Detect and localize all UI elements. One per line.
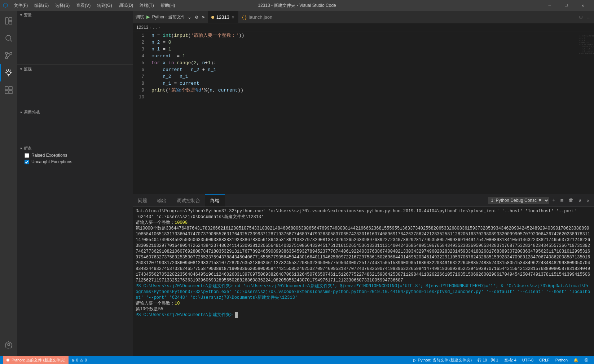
svg-point-9 [7,71,10,75]
menu-edit[interactable]: 编辑(E) [31,2,52,9]
chevron-down-icon[interactable]: ⌄ [188,14,191,20]
breadcrumb-root[interactable]: 12313 [136,25,148,30]
svg-point-3 [6,35,11,40]
breakpoints-label: 断点 [24,146,32,151]
cursor-position-text: 行 10，列 1 [478,358,498,363]
breadcrumb-sep-2: › [158,25,160,30]
menu-goto[interactable]: 转到(G) [94,2,115,9]
tab-bar: 调试 ▶ Python: 当前文件 ⌄ ⚙ ⊳ 12313 × { } laun… [133,11,594,23]
panel-tab-terminal[interactable]: 终端 [205,194,225,207]
activity-explorer[interactable] [0,12,17,30]
code-editor[interactable]: n = int(input('请输入要一个整数：')) n_2 = 0 n_1 … [147,31,565,194]
split-editor-button[interactable]: ⊟ [578,13,584,22]
line-number-8: 8 [133,80,144,87]
panel-tab-problems[interactable]: 问题 [133,194,152,207]
svg-line-4 [10,40,12,42]
title-bar: ⬡ 文件(F) 编辑(E) 选择(S) 查看(V) 转到(G) 调试(D) 终端… [0,0,594,11]
status-encoding[interactable]: UTF-8 [519,356,536,364]
raised-exceptions-label[interactable]: Raised Exceptions [31,153,67,158]
panel-tab-output[interactable]: 输出 [152,194,172,207]
code-line-7: n_2 = n_1 [151,73,565,80]
close-button[interactable]: ✕ [575,0,591,11]
status-feedback[interactable]: ☹ [581,356,591,364]
notifications-icon: 🔔 [573,358,578,363]
menu-select[interactable]: 选择(S) [52,2,72,9]
new-terminal-button[interactable]: + [550,196,557,205]
activity-debug[interactable] [0,64,17,81]
menu-view[interactable]: 查看(V) [73,2,93,9]
svg-rect-16 [5,90,8,94]
line-number-10: 10 [133,94,144,101]
minimize-button[interactable]: ─ [541,0,558,11]
panel-close-button[interactable]: ✕ [585,196,592,205]
variables-section: ▾ 变量 [17,11,133,65]
svg-rect-1 [9,18,12,21]
warning-icon: ⚠ [80,358,83,363]
title-bar-menu: 文件(F) 编辑(E) 选择(S) 查看(V) 转到(G) 调试(D) 终端(T… [11,2,178,9]
tab-launch-json[interactable]: { } launch.json [238,11,276,23]
svg-rect-15 [9,86,12,90]
title-bar-left: ⬡ 文件(F) 编辑(E) 选择(S) 查看(V) 转到(G) 调试(D) 终端… [3,2,178,9]
editor[interactable]: 1 2 3 4 5 6 7 8 9 10 n = int(input('请输入要… [133,31,594,194]
status-cursor-position[interactable]: 行 10，列 1 [475,356,501,364]
watch-header[interactable]: ▾ 监视 [17,65,133,73]
tab-12313[interactable]: 12313 × [208,11,238,23]
activity-extensions[interactable] [0,81,17,99]
terminal-line-cmd: PS C:\Users\szj70\Documents\新建文件夹> cd 'c… [136,283,591,301]
code-line-10 [151,94,565,101]
terminal-line-1: Data\Local\Programs\Python\Python37-32\p… [136,208,591,220]
panel-collapse-button[interactable]: ∧ [576,196,584,205]
code-line-4: current = 1 [151,53,565,59]
line-numbers: 1 2 3 4 5 6 7 8 9 10 [133,31,147,194]
line-number-1: 1 [133,32,144,39]
line-number-7: 7 [133,73,144,80]
raised-exceptions-checkbox[interactable] [25,153,29,158]
code-line-1: n = int(input('请输入要一个整数：')) [151,32,565,39]
terminal-line-prompt1: 请输入要一个整数：10000 [136,220,591,226]
activity-settings[interactable] [0,336,17,353]
status-spaces[interactable]: 空格: 4 [501,356,519,364]
breakpoint-uncaught: Uncaught Exceptions [17,159,133,165]
status-debug-indicator[interactable]: Python: 当前文件 (新建文件夹) [3,356,69,364]
side-panel: ▾ 变量 ▾ 监视 ▾ 调用堆栈 [17,11,133,356]
kill-terminal-button[interactable]: 🗑 [566,196,576,205]
breakpoints-header[interactable]: ▾ 断点 [17,144,133,152]
terminal-content[interactable]: Data\Local\Programs\Python\Python37-32\p… [133,207,594,356]
callstack-header[interactable]: ▾ 调用堆栈 [17,108,133,116]
menu-help[interactable]: 帮助(H) [158,2,178,9]
variables-header[interactable]: ▾ 变量 [17,11,133,19]
maximize-button[interactable]: □ [558,0,575,11]
breakpoints-arrow: ▾ [20,146,22,150]
status-language[interactable]: Python [553,356,571,364]
uncaught-exceptions-label[interactable]: Uncaught Exceptions [31,159,72,164]
activity-search[interactable] [0,30,17,47]
status-run[interactable]: ▷ Python: 当前文件 (新建文件夹) [410,356,475,364]
status-run-label: Python: 当前文件 (新建文件夹) [418,358,472,363]
tab-close-12313[interactable]: × [232,14,234,20]
breadcrumb-sep-1: › [150,25,151,30]
debug-nav-icon[interactable]: ⊳ [202,14,204,20]
status-errors[interactable]: ⊗ 0 ⚠ 0 [69,356,90,364]
breakpoint-raised: Raised Exceptions [17,152,133,159]
panel-tabs: 问题 输出 调试控制台 终端 1: Python Debug Consc ▼ +… [133,194,594,207]
right-area: 调试 ▶ Python: 当前文件 ⌄ ⚙ ⊳ 12313 × { } laun… [133,11,594,356]
debug-gear-icon[interactable]: ⚙ [195,14,198,20]
status-line-ending[interactable]: CRLF [536,356,553,364]
variables-label: 变量 [24,12,32,18]
variables-arrow: ▾ [20,13,22,17]
menu-debug[interactable]: 调试(D) [116,2,136,9]
split-terminal-button[interactable]: ⊟ [558,196,566,205]
activity-source-control[interactable] [0,47,17,64]
menu-file[interactable]: 文件(F) [11,2,31,9]
more-actions-button[interactable]: … [585,13,591,21]
svg-point-18 [8,343,10,346]
panel-tab-debug-console[interactable]: 调试控制台 [172,194,205,207]
code-line-8: n_1 = current [151,80,565,87]
main-layout: ▾ 变量 ▾ 监视 ▾ 调用堆栈 [0,11,594,356]
debug-play-button[interactable]: ▶ [146,13,150,21]
uncaught-exceptions-checkbox[interactable] [25,160,29,164]
menu-terminal[interactable]: 终端(T) [137,2,157,9]
status-notifications[interactable]: 🔔 [571,356,581,364]
terminal-instance-select[interactable]: 1: Python Debug Consc ▼ [488,197,549,204]
tab-dot [211,16,214,19]
